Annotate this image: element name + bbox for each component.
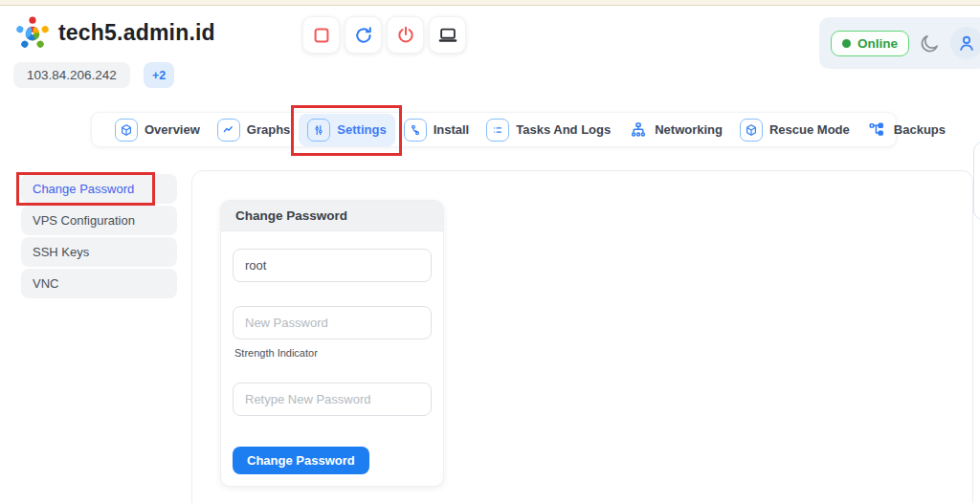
install-icon	[404, 119, 427, 142]
graphs-icon	[217, 119, 240, 142]
console-button[interactable]	[429, 16, 466, 54]
tab-label: Graphs	[247, 122, 291, 137]
status-label: Online	[858, 36, 898, 51]
status-badge: Online	[831, 31, 909, 56]
online-dot-icon	[842, 39, 851, 48]
power-icon	[395, 25, 416, 46]
tab-backups[interactable]: Backups	[858, 115, 954, 144]
tab-settings[interactable]: Settings	[299, 114, 394, 146]
rescue-mode-icon	[740, 119, 763, 142]
tab-label: Install	[434, 122, 470, 137]
settings-icon	[307, 119, 330, 142]
stop-button[interactable]	[302, 16, 340, 54]
main-nav-tabs: Overview Graphs Settings Install	[91, 112, 897, 147]
new-password-field[interactable]	[233, 306, 432, 339]
top-decorative-strip	[0, 0, 980, 6]
sidebar-item-vps-configuration[interactable]: VPS Configuration	[21, 206, 177, 235]
strength-indicator-label: Strength Indicator	[234, 347, 430, 359]
sidebar-item-label: VNC	[33, 276, 58, 291]
refresh-icon	[353, 25, 374, 46]
sidebar-item-vnc[interactable]: VNC	[21, 269, 177, 298]
sidebar-item-label: Change Password	[33, 182, 134, 196]
sidebar-item-ssh-keys[interactable]: SSH Keys	[21, 237, 177, 267]
tab-label: Rescue Mode	[769, 122, 850, 137]
right-edge-partial-panel	[973, 142, 980, 220]
backups-icon	[867, 120, 887, 140]
user-icon	[956, 33, 977, 54]
tab-install[interactable]: Install	[395, 114, 479, 146]
change-password-card: Change Password Strength Indicator Chang…	[220, 200, 444, 487]
vps-admin-page: tech5.admin.id	[0, 0, 980, 503]
retype-password-field[interactable]	[233, 383, 432, 416]
tab-overview[interactable]: Overview	[106, 114, 209, 146]
restart-button[interactable]	[345, 16, 382, 54]
username-field[interactable]	[233, 249, 432, 282]
overview-icon	[115, 119, 138, 142]
tab-label: Networking	[655, 122, 723, 137]
theme-toggle[interactable]	[919, 33, 941, 55]
tab-tasks-and-logs[interactable]: Tasks And Logs	[478, 114, 619, 146]
settings-content-panel: Change Password Strength Indicator Chang…	[191, 170, 973, 503]
sidebar-item-label: VPS Configuration	[33, 213, 135, 228]
settings-sidebar: Change Password VPS Configuration SSH Ke…	[21, 174, 177, 298]
more-ips-badge[interactable]: +2	[144, 62, 174, 88]
moon-icon	[919, 33, 941, 55]
tasks-icon	[486, 119, 509, 142]
change-password-button[interactable]: Change Password	[233, 447, 369, 474]
stop-icon	[311, 25, 332, 46]
tab-label: Overview	[145, 122, 200, 137]
networking-icon	[628, 120, 648, 140]
sidebar-item-change-password[interactable]: Change Password	[21, 174, 177, 204]
ip-address-badge: 103.84.206.242	[13, 62, 130, 88]
tab-networking[interactable]: Networking	[619, 115, 731, 144]
card-title: Change Password	[221, 201, 443, 231]
sidebar-item-label: SSH Keys	[33, 245, 89, 259]
community-logo-icon	[12, 13, 53, 54]
tab-label: Tasks And Logs	[516, 122, 611, 137]
page-title: tech5.admin.id	[58, 20, 215, 46]
tab-label: Settings	[337, 122, 386, 137]
tab-graphs[interactable]: Graphs	[209, 114, 300, 146]
power-button[interactable]	[387, 16, 424, 54]
tab-rescue-mode[interactable]: Rescue Mode	[731, 114, 858, 146]
user-status-chip: Online	[819, 17, 980, 69]
tab-label: Backups	[894, 122, 946, 137]
monitor-icon	[437, 25, 458, 46]
vm-action-buttons	[302, 16, 466, 54]
user-menu-button[interactable]	[950, 27, 980, 59]
